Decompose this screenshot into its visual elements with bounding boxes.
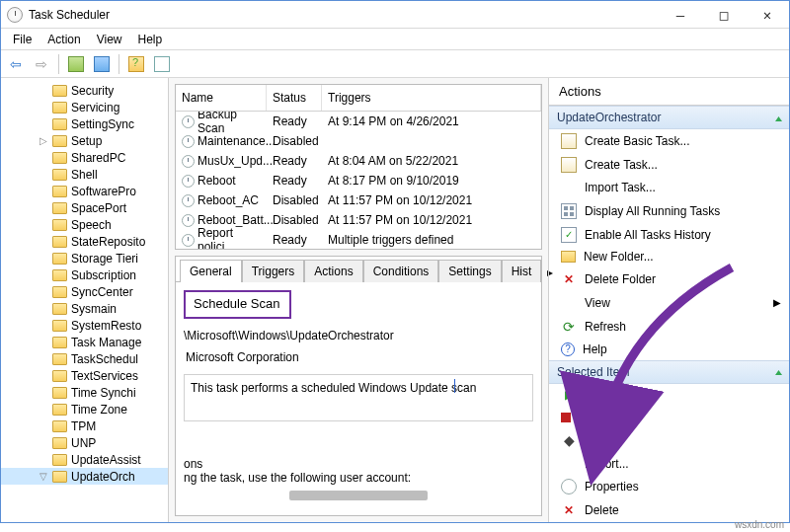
folder-icon	[52, 303, 67, 315]
delete-folder[interactable]: ✕Delete Folder	[549, 267, 789, 291]
tree-item[interactable]: TPM	[1, 418, 168, 434]
tree-item[interactable]: Speech	[1, 216, 168, 233]
task-trigger: At 9:14 PM on 4/26/2021	[322, 114, 541, 128]
window-title: Task Scheduler	[29, 8, 659, 22]
folder-icon	[52, 118, 67, 130]
tree-item-label: UNP	[71, 436, 96, 450]
tree-item[interactable]: UpdateAssist	[1, 451, 168, 468]
actions-group-context-header[interactable]: UpdateOrchestrator ▴	[549, 106, 789, 129]
disable-task[interactable]: ◆Disable	[549, 428, 789, 452]
horizontal-scrollbar[interactable]	[289, 491, 428, 500]
back-button[interactable]	[5, 53, 27, 75]
run-task[interactable]: ▶Run	[549, 384, 789, 408]
task-row[interactable]: Reboot_ACDisabledAt 11:57 PM on 10/12/20…	[176, 190, 541, 210]
maximize-button[interactable]: □	[702, 1, 746, 29]
help[interactable]: ?Help	[549, 339, 789, 360]
tab-conditions[interactable]: Conditions	[363, 260, 439, 282]
tree-item[interactable]: Shell	[1, 166, 168, 183]
document-icon	[561, 133, 577, 149]
tab-general[interactable]: General	[180, 260, 242, 282]
task-list-header[interactable]: Name Status Triggers	[176, 85, 541, 112]
end-task[interactable]: End	[549, 407, 789, 428]
tab-actions[interactable]: Actions	[304, 260, 362, 282]
grid-icon	[561, 203, 577, 219]
col-status[interactable]: Status	[267, 85, 322, 111]
tree-item[interactable]: SpacePort	[1, 199, 168, 216]
toolbar-action-2[interactable]	[91, 53, 113, 75]
new-folder[interactable]: New Folder...	[549, 246, 789, 267]
tree-item-label: TextServices	[71, 369, 138, 383]
task-icon	[182, 214, 195, 227]
tree-item[interactable]: Subscription	[1, 266, 168, 283]
enable-history[interactable]: ✓Enable All Tasks History	[549, 223, 789, 247]
tab-settings[interactable]: Settings	[438, 260, 501, 282]
folder-icon	[52, 387, 67, 399]
tree-item[interactable]: TaskSchedul	[1, 350, 168, 367]
task-row[interactable]: RebootReadyAt 8:17 PM on 9/10/2019	[176, 171, 541, 190]
tree-item-label: SharedPC	[71, 151, 125, 165]
tree-item[interactable]: Time Synchi	[1, 384, 168, 401]
delete-icon: ✕	[561, 502, 577, 518]
tree-item[interactable]: SharedPC	[1, 149, 168, 166]
task-row[interactable]: Backup ScanReadyAt 9:14 PM on 4/26/2021	[176, 112, 541, 131]
task-list[interactable]: Name Status Triggers Backup ScanReadyAt …	[175, 84, 542, 250]
tree-item[interactable]: Storage Tieri	[1, 250, 168, 266]
toolbar-help[interactable]	[125, 53, 147, 75]
tree-item[interactable]: StateReposito	[1, 233, 168, 250]
tree-item[interactable]: Sysmain	[1, 300, 168, 317]
task-icon	[182, 155, 195, 168]
tree-item[interactable]: UNP	[1, 434, 168, 451]
tree-item[interactable]: Task Manage	[1, 334, 168, 350]
folder-icon	[52, 236, 67, 248]
folder-icon	[52, 337, 67, 348]
menu-file[interactable]: File	[5, 31, 40, 48]
detail-tabs: General Triggers Actions Conditions Sett…	[176, 257, 541, 282]
create-task[interactable]: Create Task...	[549, 153, 789, 177]
col-triggers[interactable]: Triggers	[322, 85, 541, 111]
menu-action[interactable]: Action	[40, 31, 88, 48]
import-task[interactable]: Import Task...	[549, 176, 789, 199]
tree-item[interactable]: TextServices	[1, 367, 168, 384]
task-row[interactable]: Report policiReadyMultiple triggers defi…	[176, 230, 541, 249]
tree-item[interactable]: SyncCenter	[1, 283, 168, 300]
tree-item[interactable]: SystemResto	[1, 317, 168, 334]
create-basic-task[interactable]: Create Basic Task...	[549, 129, 789, 153]
col-name[interactable]: Name	[176, 85, 267, 111]
task-status: Disabled	[267, 193, 322, 207]
close-button[interactable]: ✕	[746, 1, 789, 29]
task-row[interactable]: Maintenance...Disabled	[176, 131, 541, 151]
toolbar-action-1[interactable]	[65, 53, 87, 75]
refresh[interactable]: ⟳Refresh	[549, 315, 789, 339]
properties[interactable]: Properties	[549, 476, 789, 499]
tree-item-label: Shell	[71, 168, 98, 182]
menu-help[interactable]: Help	[130, 31, 171, 48]
folder-icon	[52, 102, 67, 114]
task-description[interactable]: This task performs a scheduled Windows U…	[184, 374, 533, 421]
minimize-button[interactable]: —	[659, 1, 702, 29]
export-task[interactable]: Export...	[549, 452, 789, 476]
document-icon	[561, 157, 577, 173]
task-row[interactable]: MusUx_Upd...ReadyAt 8:04 AM on 5/22/2021	[176, 151, 541, 171]
tab-triggers[interactable]: Triggers	[242, 260, 305, 282]
tree-item[interactable]: Security	[1, 82, 168, 99]
play-icon: ▶	[561, 387, 577, 403]
collapse-icon: ▴	[775, 366, 782, 377]
tree-item-label: Setup	[71, 134, 102, 148]
actions-group-selected-header[interactable]: Selected Item ▴	[549, 360, 789, 384]
tree-item[interactable]: Servicing	[1, 99, 168, 115]
tree-item[interactable]: SettingSync	[1, 115, 168, 132]
tree-item[interactable]: Time Zone	[1, 401, 168, 418]
toolbar-action-4[interactable]	[151, 53, 173, 75]
menu-view[interactable]: View	[89, 31, 130, 48]
view-submenu[interactable]: View▶	[549, 291, 789, 315]
tree-item[interactable]: SoftwarePro	[1, 183, 168, 199]
display-all-running[interactable]: Display All Running Tasks	[549, 199, 789, 223]
collapse-icon: ▴	[775, 113, 782, 123]
task-list-body[interactable]: Backup ScanReadyAt 9:14 PM on 4/26/2021M…	[176, 112, 541, 249]
tree-item-label: Speech	[71, 218, 112, 232]
forward-button[interactable]	[31, 53, 52, 75]
tree-item[interactable]: Setup	[1, 132, 168, 149]
folder-tree[interactable]: SecurityServicingSettingSyncSetupSharedP…	[1, 78, 169, 522]
tree-item[interactable]: UpdateOrch	[1, 468, 168, 485]
tab-history[interactable]: Hist	[502, 260, 542, 282]
